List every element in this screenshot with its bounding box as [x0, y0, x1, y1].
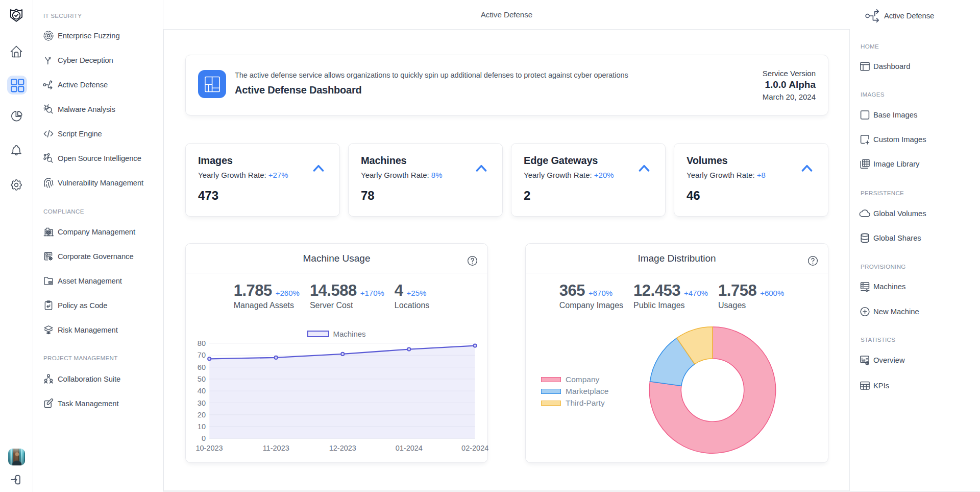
svg-text:10-2023: 10-2023 — [195, 444, 223, 452]
svg-text:50: 50 — [198, 375, 206, 383]
svg-text:20: 20 — [198, 411, 206, 419]
svg-text:01-2024: 01-2024 — [396, 444, 423, 452]
svg-text:40: 40 — [198, 387, 206, 395]
svg-text:12-2023: 12-2023 — [329, 444, 356, 452]
svg-text:60: 60 — [198, 363, 206, 371]
svg-text:11-2023: 11-2023 — [263, 444, 289, 452]
svg-text:80: 80 — [198, 340, 206, 347]
svg-text:70: 70 — [198, 351, 206, 359]
svg-text:02-2024: 02-2024 — [461, 444, 488, 452]
svg-text:0: 0 — [202, 434, 206, 442]
svg-text:10: 10 — [198, 423, 206, 431]
svg-text:30: 30 — [198, 399, 206, 407]
